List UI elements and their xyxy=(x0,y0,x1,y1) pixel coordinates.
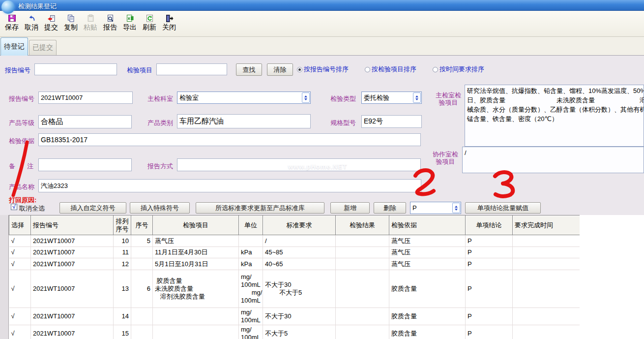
cell-report_no[interactable]: 2021WT10007 xyxy=(31,247,114,258)
cell-selected[interactable]: √ xyxy=(9,308,31,325)
cell-sort_no[interactable]: 14 xyxy=(114,308,131,325)
radio-icon[interactable] xyxy=(365,67,370,72)
cell-result[interactable] xyxy=(336,258,389,270)
cell-basis[interactable]: 胶质含量 xyxy=(389,308,466,325)
cell-result[interactable] xyxy=(336,325,389,339)
cell-basis[interactable]: 蒸气压 xyxy=(389,247,466,258)
toolbar-button-submit[interactable]: 提交 xyxy=(41,13,61,35)
tab-pending[interactable]: 待登记 xyxy=(0,37,28,56)
update-standard-button[interactable]: 所选标准要求更新至产品标准库 xyxy=(196,202,324,214)
cell-result[interactable] xyxy=(336,235,389,247)
cell-standard[interactable]: 45~85 xyxy=(263,247,336,258)
uncheck-all-checkbox[interactable]: √ xyxy=(11,204,17,210)
tab-submitted[interactable]: 已提交 xyxy=(29,40,57,55)
cell-conclusion[interactable]: P xyxy=(466,308,513,325)
cell-conclusion[interactable]: P xyxy=(466,270,513,308)
cell-sort_no[interactable]: 13 xyxy=(114,270,131,308)
cell-unit[interactable]: mg/ 100mL xyxy=(239,325,263,339)
cell-standard[interactable]: 不大于30 xyxy=(263,308,336,325)
cell-seq_no[interactable]: 6 xyxy=(131,270,153,308)
cell-unit[interactable] xyxy=(239,235,263,247)
find-button[interactable]: 查找 xyxy=(236,63,262,76)
toolbar-button-undo[interactable]: 取消 xyxy=(22,13,41,35)
inspect-type-combo[interactable]: 委托检验 xyxy=(361,92,422,104)
main-items-panel[interactable]: 研究法辛烷值、抗爆指数、铅含量、馏程、10%蒸发温度、50%蒸 日、胶质含量 未… xyxy=(465,85,644,147)
cell-selected[interactable]: √ xyxy=(9,247,31,258)
cell-report_no[interactable]: 2021WT10007 xyxy=(31,325,114,339)
cell-seq_no[interactable] xyxy=(131,325,153,339)
remark-input[interactable] xyxy=(38,158,132,171)
cell-item[interactable] xyxy=(153,325,239,339)
add-button[interactable]: 新增 xyxy=(330,202,370,214)
conclusion-combo[interactable]: P xyxy=(410,202,461,214)
cell-basis[interactable]: 胶质含量 xyxy=(389,270,466,308)
spinner-icon[interactable] xyxy=(413,92,421,103)
toolbar-button-close[interactable]: 关闭 xyxy=(159,13,179,35)
sort-option-0[interactable]: 按报告编号排序 xyxy=(297,65,349,74)
cell-item[interactable]: 5月1日至10月31日 xyxy=(153,258,239,270)
coop-items-panel[interactable]: / xyxy=(462,147,644,173)
cell-seq_no[interactable] xyxy=(131,258,153,270)
cell-unit[interactable]: mg/ 100mL mg/ 100mL xyxy=(239,270,263,308)
toolbar-button-copy[interactable]: 复制 xyxy=(61,13,81,35)
cell-standard[interactable]: 不大于5 xyxy=(263,325,336,339)
cell-unit[interactable]: mg/ 100mL xyxy=(239,308,263,325)
cell-unit[interactable]: kPa xyxy=(239,258,263,270)
cell-report_no[interactable]: 2021WT10007 xyxy=(31,235,114,247)
cell-standard[interactable]: / xyxy=(263,235,336,247)
cell-sort_no[interactable]: 12 xyxy=(114,258,131,270)
toolbar-button-report[interactable]: 报告 xyxy=(100,13,120,35)
cell-deadline[interactable] xyxy=(513,270,580,308)
cell-sort_no[interactable]: 11 xyxy=(114,247,131,258)
search-item-input[interactable] xyxy=(156,63,227,75)
cell-selected[interactable]: √ xyxy=(9,325,31,339)
cell-conclusion[interactable]: P xyxy=(466,258,513,270)
cell-conclusion[interactable]: P xyxy=(466,325,513,339)
sort-option-1[interactable]: 按检验项目排序 xyxy=(365,65,416,74)
cell-item[interactable] xyxy=(153,308,239,325)
cell-seq_no[interactable]: 5 xyxy=(131,235,153,247)
report-no-input[interactable]: 2021WT10007 xyxy=(38,92,133,104)
cell-basis[interactable]: 蒸气压 xyxy=(389,235,466,247)
cell-item[interactable]: 胶质含量 未洗胶质含量 溶剂洗胶质含量 xyxy=(153,270,239,308)
cell-sort_no[interactable]: 10 xyxy=(114,235,131,247)
cell-report_no[interactable]: 2021WT10007 xyxy=(31,270,114,308)
cell-deadline[interactable] xyxy=(513,308,580,325)
cell-item[interactable]: 11月1日至4月30日 xyxy=(153,247,239,258)
cell-deadline[interactable] xyxy=(513,247,580,258)
toolbar-button-export[interactable]: 导出 xyxy=(120,13,140,35)
cell-seq_no[interactable] xyxy=(131,247,153,258)
cell-deadline[interactable] xyxy=(513,258,580,270)
product-name-input[interactable]: 汽油2323 xyxy=(38,179,421,192)
cell-deadline[interactable] xyxy=(513,235,580,247)
product-grade-input[interactable]: 合格品 xyxy=(38,115,132,128)
cell-selected[interactable]: √ xyxy=(9,270,31,308)
cell-standard[interactable]: 不大于30 不大于5 xyxy=(263,270,336,308)
insert-special-symbol-button[interactable]: 插入特殊符号 xyxy=(130,202,190,214)
inspect-basis-input[interactable]: GB18351-2017 xyxy=(38,133,421,146)
cell-standard[interactable]: 40~65 xyxy=(263,258,336,270)
cell-item[interactable]: 蒸气压 xyxy=(153,235,239,247)
batch-assign-button[interactable]: 单项结论批量赋值 xyxy=(465,202,541,214)
clear-button[interactable]: 清除 xyxy=(267,63,293,76)
cell-basis[interactable]: 胶质含量 xyxy=(389,325,466,339)
cell-selected[interactable]: √ xyxy=(9,258,31,270)
cell-conclusion[interactable]: P xyxy=(466,235,513,247)
cell-deadline[interactable] xyxy=(513,325,580,339)
main-dept-combo[interactable]: 检验室 xyxy=(177,92,311,104)
cell-result[interactable] xyxy=(336,308,389,325)
spec-model-input[interactable]: E92号 xyxy=(361,115,422,128)
radio-icon[interactable] xyxy=(297,67,302,72)
cell-conclusion[interactable]: P xyxy=(466,247,513,258)
cell-report_no[interactable]: 2021WT10007 xyxy=(31,258,114,270)
cell-sort_no[interactable]: 15 xyxy=(114,325,131,339)
delete-button[interactable]: 删除 xyxy=(374,202,406,214)
cell-result[interactable] xyxy=(336,247,389,258)
toolbar-button-save[interactable]: 保存 xyxy=(2,13,22,35)
toolbar-button-refresh[interactable]: 刷新 xyxy=(140,13,159,35)
cell-selected[interactable]: √ xyxy=(9,235,31,247)
spinner-icon[interactable] xyxy=(452,203,460,213)
product-category-input[interactable]: 车用乙醇汽油 xyxy=(177,114,311,128)
radio-icon[interactable] xyxy=(433,67,438,72)
sort-option-2[interactable]: 按时间要求排序 xyxy=(433,65,484,74)
